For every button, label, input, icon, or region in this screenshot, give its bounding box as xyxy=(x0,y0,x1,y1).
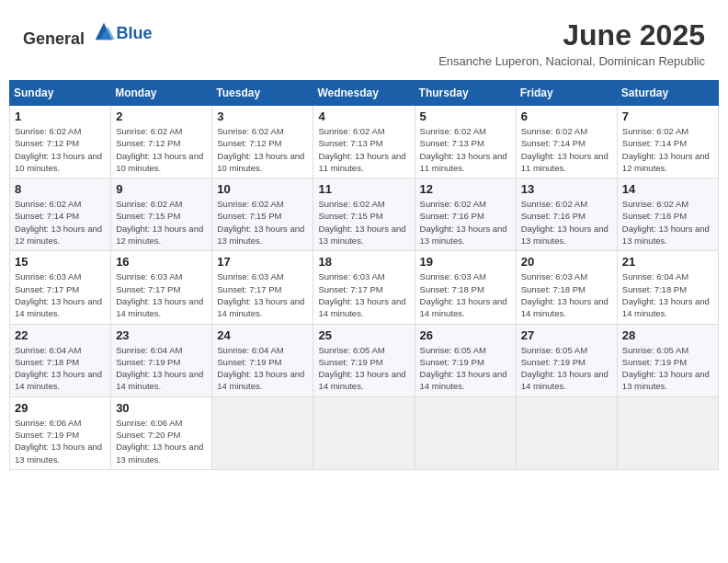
calendar-cell xyxy=(212,396,313,469)
day-number: 24 xyxy=(217,328,308,342)
day-info: Sunrise: 6:05 AMSunset: 7:19 PMDaylight:… xyxy=(318,344,409,393)
day-number: 11 xyxy=(318,182,409,196)
day-info: Sunrise: 6:02 AMSunset: 7:13 PMDaylight:… xyxy=(420,125,511,174)
calendar-cell: 20Sunrise: 6:03 AMSunset: 7:18 PMDayligh… xyxy=(516,251,617,324)
day-info: Sunrise: 6:03 AMSunset: 7:17 PMDaylight:… xyxy=(217,270,308,319)
day-number: 9 xyxy=(116,182,207,196)
calendar-cell xyxy=(415,396,516,469)
column-header-saturday: Saturday xyxy=(617,81,718,106)
day-number: 23 xyxy=(116,328,207,342)
day-number: 30 xyxy=(116,401,207,415)
day-number: 6 xyxy=(521,109,612,123)
day-number: 16 xyxy=(116,255,207,269)
day-info: Sunrise: 6:02 AMSunset: 7:12 PMDaylight:… xyxy=(15,125,106,174)
calendar-header-row: SundayMondayTuesdayWednesdayThursdayFrid… xyxy=(10,81,719,106)
calendar-cell xyxy=(313,396,415,469)
calendar-cell: 17Sunrise: 6:03 AMSunset: 7:17 PMDayligh… xyxy=(212,251,313,324)
day-info: Sunrise: 6:05 AMSunset: 7:19 PMDaylight:… xyxy=(420,344,511,393)
calendar-cell: 2Sunrise: 6:02 AMSunset: 7:12 PMDaylight… xyxy=(111,106,212,178)
day-info: Sunrise: 6:02 AMSunset: 7:14 PMDaylight:… xyxy=(521,125,612,174)
calendar-week-1: 1Sunrise: 6:02 AMSunset: 7:12 PMDaylight… xyxy=(10,106,719,178)
calendar-week-5: 29Sunrise: 6:06 AMSunset: 7:19 PMDayligh… xyxy=(10,396,719,469)
calendar-cell xyxy=(617,396,718,469)
day-info: Sunrise: 6:02 AMSunset: 7:12 PMDaylight:… xyxy=(217,125,308,174)
calendar-cell: 26Sunrise: 6:05 AMSunset: 7:19 PMDayligh… xyxy=(415,324,516,396)
day-number: 29 xyxy=(15,401,106,415)
calendar-cell: 14Sunrise: 6:02 AMSunset: 7:16 PMDayligh… xyxy=(617,178,718,251)
calendar-cell: 24Sunrise: 6:04 AMSunset: 7:19 PMDayligh… xyxy=(212,324,313,396)
calendar-cell: 30Sunrise: 6:06 AMSunset: 7:20 PMDayligh… xyxy=(111,396,212,469)
day-number: 19 xyxy=(420,255,511,269)
day-info: Sunrise: 6:04 AMSunset: 7:18 PMDaylight:… xyxy=(622,270,713,319)
calendar-cell: 28Sunrise: 6:05 AMSunset: 7:19 PMDayligh… xyxy=(617,324,718,396)
calendar-cell: 12Sunrise: 6:02 AMSunset: 7:16 PMDayligh… xyxy=(415,178,516,251)
month-year-title: June 2025 xyxy=(438,18,705,52)
day-number: 17 xyxy=(217,255,308,269)
day-info: Sunrise: 6:02 AMSunset: 7:13 PMDaylight:… xyxy=(318,125,409,174)
day-number: 3 xyxy=(217,109,308,123)
logo: General Blue xyxy=(23,18,153,49)
calendar-cell: 7Sunrise: 6:02 AMSunset: 7:14 PMDaylight… xyxy=(617,106,718,178)
calendar-cell: 11Sunrise: 6:02 AMSunset: 7:15 PMDayligh… xyxy=(313,178,415,251)
calendar-cell: 23Sunrise: 6:04 AMSunset: 7:19 PMDayligh… xyxy=(111,324,212,396)
day-info: Sunrise: 6:04 AMSunset: 7:19 PMDaylight:… xyxy=(217,344,308,393)
column-header-sunday: Sunday xyxy=(10,81,111,106)
calendar-cell: 16Sunrise: 6:03 AMSunset: 7:17 PMDayligh… xyxy=(111,251,212,324)
logo-wordmark: General xyxy=(23,18,117,49)
logo-icon xyxy=(91,18,117,44)
calendar-cell: 6Sunrise: 6:02 AMSunset: 7:14 PMDaylight… xyxy=(516,106,617,178)
day-number: 8 xyxy=(15,182,106,196)
day-info: Sunrise: 6:04 AMSunset: 7:19 PMDaylight:… xyxy=(116,344,207,393)
day-number: 28 xyxy=(622,328,713,342)
day-info: Sunrise: 6:06 AMSunset: 7:19 PMDaylight:… xyxy=(15,417,106,465)
calendar-cell: 22Sunrise: 6:04 AMSunset: 7:18 PMDayligh… xyxy=(10,324,111,396)
day-info: Sunrise: 6:03 AMSunset: 7:18 PMDaylight:… xyxy=(521,270,612,319)
logo-text-general: General xyxy=(23,29,85,48)
calendar-cell: 8Sunrise: 6:02 AMSunset: 7:14 PMDaylight… xyxy=(10,178,111,251)
day-number: 18 xyxy=(318,255,409,269)
calendar-cell: 5Sunrise: 6:02 AMSunset: 7:13 PMDaylight… xyxy=(415,106,516,178)
day-number: 21 xyxy=(622,255,713,269)
day-number: 2 xyxy=(116,109,207,123)
day-info: Sunrise: 6:02 AMSunset: 7:14 PMDaylight:… xyxy=(622,125,713,174)
calendar-cell: 1Sunrise: 6:02 AMSunset: 7:12 PMDaylight… xyxy=(10,106,111,178)
day-info: Sunrise: 6:02 AMSunset: 7:16 PMDaylight:… xyxy=(521,198,612,247)
day-info: Sunrise: 6:04 AMSunset: 7:18 PMDaylight:… xyxy=(15,344,106,393)
day-number: 7 xyxy=(622,109,713,123)
calendar-cell: 18Sunrise: 6:03 AMSunset: 7:17 PMDayligh… xyxy=(313,251,415,324)
day-info: Sunrise: 6:02 AMSunset: 7:12 PMDaylight:… xyxy=(116,125,207,174)
calendar-cell xyxy=(516,396,617,469)
calendar-cell: 15Sunrise: 6:03 AMSunset: 7:17 PMDayligh… xyxy=(10,251,111,324)
calendar-cell: 9Sunrise: 6:02 AMSunset: 7:15 PMDaylight… xyxy=(111,178,212,251)
day-number: 22 xyxy=(15,328,106,342)
day-number: 27 xyxy=(521,328,612,342)
day-number: 12 xyxy=(420,182,511,196)
day-info: Sunrise: 6:02 AMSunset: 7:15 PMDaylight:… xyxy=(116,198,207,247)
day-info: Sunrise: 6:02 AMSunset: 7:16 PMDaylight:… xyxy=(622,198,713,247)
day-info: Sunrise: 6:02 AMSunset: 7:15 PMDaylight:… xyxy=(318,198,409,247)
day-number: 10 xyxy=(217,182,308,196)
calendar-cell: 3Sunrise: 6:02 AMSunset: 7:12 PMDaylight… xyxy=(212,106,313,178)
calendar-cell: 10Sunrise: 6:02 AMSunset: 7:15 PMDayligh… xyxy=(212,178,313,251)
day-number: 20 xyxy=(521,255,612,269)
day-number: 14 xyxy=(622,182,713,196)
day-number: 15 xyxy=(15,255,106,269)
day-number: 5 xyxy=(420,109,511,123)
header: General Blue June 2025 Ensanche Luperon,… xyxy=(9,9,719,73)
day-number: 1 xyxy=(15,109,106,123)
day-info: Sunrise: 6:03 AMSunset: 7:17 PMDaylight:… xyxy=(318,270,409,319)
calendar-table: SundayMondayTuesdayWednesdayThursdayFrid… xyxy=(9,80,719,470)
calendar-week-3: 15Sunrise: 6:03 AMSunset: 7:17 PMDayligh… xyxy=(10,251,719,324)
day-info: Sunrise: 6:03 AMSunset: 7:17 PMDaylight:… xyxy=(15,270,106,319)
day-info: Sunrise: 6:05 AMSunset: 7:19 PMDaylight:… xyxy=(622,344,713,393)
day-info: Sunrise: 6:03 AMSunset: 7:18 PMDaylight:… xyxy=(420,270,511,319)
location-subtitle: Ensanche Luperon, Nacional, Dominican Re… xyxy=(438,54,705,68)
calendar-cell: 19Sunrise: 6:03 AMSunset: 7:18 PMDayligh… xyxy=(415,251,516,324)
column-header-thursday: Thursday xyxy=(415,81,516,106)
calendar-cell: 4Sunrise: 6:02 AMSunset: 7:13 PMDaylight… xyxy=(313,106,415,178)
calendar-cell: 21Sunrise: 6:04 AMSunset: 7:18 PMDayligh… xyxy=(617,251,718,324)
calendar-cell: 25Sunrise: 6:05 AMSunset: 7:19 PMDayligh… xyxy=(313,324,415,396)
day-info: Sunrise: 6:02 AMSunset: 7:16 PMDaylight:… xyxy=(420,198,511,247)
day-info: Sunrise: 6:05 AMSunset: 7:19 PMDaylight:… xyxy=(521,344,612,393)
logo-text-blue: Blue xyxy=(117,24,153,43)
